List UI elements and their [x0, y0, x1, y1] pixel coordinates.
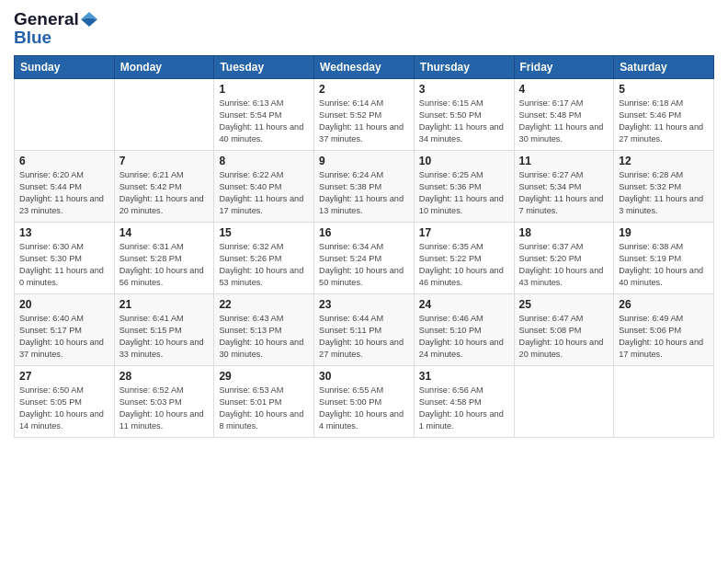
day-info: Sunrise: 6:52 AMSunset: 5:03 PMDaylight:…: [119, 385, 210, 432]
weekday-header-friday: Friday: [514, 56, 614, 79]
day-info: Sunrise: 6:38 AMSunset: 5:19 PMDaylight:…: [619, 241, 709, 289]
logo: General Blue: [14, 9, 97, 48]
day-info: Sunrise: 6:15 AMSunset: 5:50 PMDaylight:…: [419, 98, 509, 145]
day-cell: 9Sunrise: 6:24 AMSunset: 5:38 PMDaylight…: [314, 151, 415, 223]
day-cell: 29Sunrise: 6:53 AMSunset: 5:01 PMDayligh…: [214, 366, 314, 438]
day-cell: 19Sunrise: 6:38 AMSunset: 5:19 PMDayligh…: [614, 223, 714, 294]
day-cell: 10Sunrise: 6:25 AMSunset: 5:36 PMDayligh…: [414, 151, 514, 223]
day-info: Sunrise: 6:14 AMSunset: 5:52 PMDaylight:…: [319, 98, 409, 145]
day-cell: 26Sunrise: 6:49 AMSunset: 5:06 PMDayligh…: [614, 294, 714, 366]
day-number: 2: [319, 83, 409, 96]
day-cell: 21Sunrise: 6:41 AMSunset: 5:15 PMDayligh…: [114, 294, 214, 366]
day-number: 14: [119, 226, 210, 239]
day-number: 21: [119, 298, 210, 311]
day-info: Sunrise: 6:28 AMSunset: 5:32 PMDaylight:…: [619, 169, 709, 217]
weekday-header-monday: Monday: [114, 56, 214, 79]
day-info: Sunrise: 6:35 AMSunset: 5:22 PMDaylight:…: [419, 241, 509, 289]
day-cell: 12Sunrise: 6:28 AMSunset: 5:32 PMDayligh…: [614, 151, 714, 223]
day-cell: 25Sunrise: 6:47 AMSunset: 5:08 PMDayligh…: [514, 294, 614, 366]
day-info: Sunrise: 6:49 AMSunset: 5:06 PMDaylight:…: [619, 313, 709, 361]
day-cell: 28Sunrise: 6:52 AMSunset: 5:03 PMDayligh…: [114, 366, 214, 438]
weekday-header-tuesday: Tuesday: [214, 56, 314, 79]
day-number: 20: [19, 298, 109, 311]
day-number: 26: [619, 298, 709, 311]
logo-general-text: General: [14, 9, 79, 29]
day-cell: 3Sunrise: 6:15 AMSunset: 5:50 PMDaylight…: [414, 79, 514, 151]
day-cell: 14Sunrise: 6:31 AMSunset: 5:28 PMDayligh…: [114, 223, 214, 294]
day-cell: 8Sunrise: 6:22 AMSunset: 5:40 PMDaylight…: [214, 151, 314, 223]
day-cell: 4Sunrise: 6:17 AMSunset: 5:48 PMDaylight…: [514, 79, 614, 151]
day-cell: 23Sunrise: 6:44 AMSunset: 5:11 PMDayligh…: [314, 294, 415, 366]
day-number: 16: [319, 226, 409, 239]
weekday-header-row: SundayMondayTuesdayWednesdayThursdayFrid…: [15, 56, 714, 79]
day-cell: 1Sunrise: 6:13 AMSunset: 5:54 PMDaylight…: [214, 79, 314, 151]
day-info: Sunrise: 6:46 AMSunset: 5:10 PMDaylight:…: [419, 313, 509, 361]
day-info: Sunrise: 6:40 AMSunset: 5:17 PMDaylight:…: [19, 313, 109, 361]
weekday-header-saturday: Saturday: [614, 56, 714, 79]
header: General Blue: [14, 9, 714, 48]
calendar-container: General Blue SundayMondayTuesdayWednesda…: [0, 0, 728, 563]
day-info: Sunrise: 6:21 AMSunset: 5:42 PMDaylight:…: [119, 169, 210, 217]
day-number: 5: [619, 83, 709, 96]
day-cell: 30Sunrise: 6:55 AMSunset: 5:00 PMDayligh…: [314, 366, 415, 438]
day-number: 12: [619, 155, 709, 167]
day-number: 28: [119, 370, 210, 383]
day-cell: 2Sunrise: 6:14 AMSunset: 5:52 PMDaylight…: [314, 79, 415, 151]
day-cell: 31Sunrise: 6:56 AMSunset: 4:58 PMDayligh…: [414, 366, 514, 438]
weekday-header-thursday: Thursday: [414, 56, 514, 79]
day-number: 15: [219, 226, 309, 239]
day-info: Sunrise: 6:37 AMSunset: 5:20 PMDaylight:…: [519, 241, 609, 289]
day-cell: 22Sunrise: 6:43 AMSunset: 5:13 PMDayligh…: [214, 294, 314, 366]
day-info: Sunrise: 6:53 AMSunset: 5:01 PMDaylight:…: [219, 385, 309, 432]
day-number: 22: [219, 298, 309, 311]
day-info: Sunrise: 6:43 AMSunset: 5:13 PMDaylight:…: [219, 313, 309, 361]
week-row-5: 27Sunrise: 6:50 AMSunset: 5:05 PMDayligh…: [15, 366, 714, 438]
day-info: Sunrise: 6:24 AMSunset: 5:38 PMDaylight:…: [319, 169, 409, 217]
day-info: Sunrise: 6:18 AMSunset: 5:46 PMDaylight:…: [619, 98, 709, 145]
logo-wordmark: General: [14, 9, 97, 29]
day-info: Sunrise: 6:13 AMSunset: 5:54 PMDaylight:…: [219, 98, 309, 145]
day-info: Sunrise: 6:44 AMSunset: 5:11 PMDaylight:…: [319, 313, 409, 361]
day-number: 4: [519, 83, 609, 96]
day-number: 3: [419, 83, 509, 96]
day-info: Sunrise: 6:56 AMSunset: 4:58 PMDaylight:…: [419, 385, 509, 432]
day-info: Sunrise: 6:47 AMSunset: 5:08 PMDaylight:…: [519, 313, 609, 361]
day-cell: 20Sunrise: 6:40 AMSunset: 5:17 PMDayligh…: [15, 294, 115, 366]
week-row-1: 1Sunrise: 6:13 AMSunset: 5:54 PMDaylight…: [15, 79, 714, 151]
day-cell: 17Sunrise: 6:35 AMSunset: 5:22 PMDayligh…: [414, 223, 514, 294]
day-info: Sunrise: 6:50 AMSunset: 5:05 PMDaylight:…: [19, 385, 109, 432]
day-number: 31: [419, 370, 509, 383]
day-number: 17: [419, 226, 509, 239]
day-cell: [114, 79, 214, 151]
day-info: Sunrise: 6:20 AMSunset: 5:44 PMDaylight:…: [19, 169, 109, 217]
svg-marker-1: [81, 17, 97, 27]
week-row-3: 13Sunrise: 6:30 AMSunset: 5:30 PMDayligh…: [15, 223, 714, 294]
day-cell: 24Sunrise: 6:46 AMSunset: 5:10 PMDayligh…: [414, 294, 514, 366]
day-number: 29: [219, 370, 309, 383]
day-info: Sunrise: 6:41 AMSunset: 5:15 PMDaylight:…: [119, 313, 210, 361]
weekday-header-sunday: Sunday: [15, 56, 115, 79]
day-info: Sunrise: 6:22 AMSunset: 5:40 PMDaylight:…: [219, 169, 309, 217]
weekday-header-wednesday: Wednesday: [314, 56, 415, 79]
week-row-4: 20Sunrise: 6:40 AMSunset: 5:17 PMDayligh…: [15, 294, 714, 366]
day-number: 19: [619, 226, 709, 239]
day-number: 25: [519, 298, 609, 311]
day-number: 10: [419, 155, 509, 167]
day-number: 9: [319, 155, 409, 167]
day-cell: 27Sunrise: 6:50 AMSunset: 5:05 PMDayligh…: [15, 366, 115, 438]
day-number: 7: [119, 155, 210, 167]
day-info: Sunrise: 6:27 AMSunset: 5:34 PMDaylight:…: [519, 169, 609, 217]
day-info: Sunrise: 6:17 AMSunset: 5:48 PMDaylight:…: [519, 98, 609, 145]
logo-bird-icon: [81, 11, 97, 28]
day-number: 23: [319, 298, 409, 311]
day-number: 6: [19, 155, 109, 167]
day-number: 24: [419, 298, 509, 311]
day-cell: [614, 366, 714, 438]
day-number: 8: [219, 155, 309, 167]
day-number: 1: [219, 83, 309, 96]
day-number: 11: [519, 155, 609, 167]
day-cell: 18Sunrise: 6:37 AMSunset: 5:20 PMDayligh…: [514, 223, 614, 294]
day-number: 27: [19, 370, 109, 383]
day-cell: 15Sunrise: 6:32 AMSunset: 5:26 PMDayligh…: [214, 223, 314, 294]
day-number: 13: [19, 226, 109, 239]
